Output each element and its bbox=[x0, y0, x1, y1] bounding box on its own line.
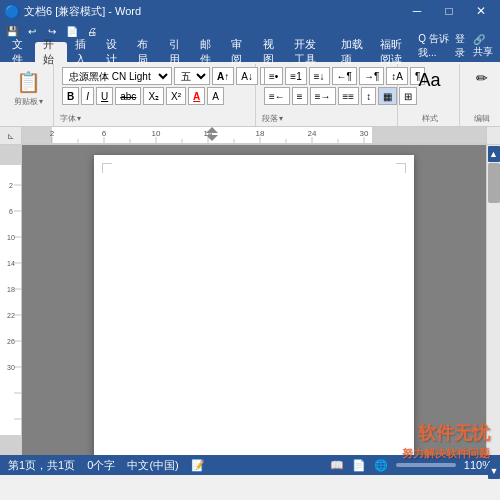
status-right: 📖 📄 🌐 110% bbox=[330, 459, 492, 472]
share-button[interactable]: 🔗 共享 bbox=[473, 34, 496, 59]
superscript-button[interactable]: X² bbox=[166, 87, 186, 105]
title-bar-controls: ─ □ ✕ bbox=[402, 1, 496, 21]
svg-text:14: 14 bbox=[7, 260, 15, 267]
svg-text:18: 18 bbox=[7, 286, 15, 293]
edit-icon[interactable]: ✏ bbox=[476, 70, 488, 86]
ruler-corner[interactable]: ⊾ bbox=[0, 127, 22, 144]
highlight-button[interactable]: A bbox=[207, 87, 224, 105]
svg-text:30: 30 bbox=[360, 129, 369, 138]
paste-icon: 📋 bbox=[16, 70, 41, 94]
tab-file[interactable]: 文件 bbox=[4, 42, 35, 62]
align-center-button[interactable]: ≡ bbox=[292, 87, 308, 105]
word-logo-icon: 🔵 bbox=[4, 4, 20, 19]
tab-developer[interactable]: 开发工具 bbox=[286, 42, 333, 62]
ribbon-right-actions: Q 告诉我... 登录 🔗 共享 bbox=[418, 32, 496, 62]
horizontal-ruler: 2 6 10 14 18 24 30 bbox=[22, 127, 486, 144]
svg-text:6: 6 bbox=[102, 129, 107, 138]
paste-button[interactable]: 📋 bbox=[10, 68, 47, 96]
watermark: 软件无忧 努力解决软件问题 bbox=[402, 422, 486, 455]
tab-home[interactable]: 开始 bbox=[35, 42, 66, 62]
document-area[interactable]: 软件无忧 努力解决软件问题 bbox=[22, 145, 486, 455]
print-view-icon[interactable]: 📄 bbox=[352, 459, 366, 472]
close-button[interactable]: ✕ bbox=[466, 1, 496, 21]
read-mode-icon[interactable]: 📖 bbox=[330, 459, 344, 472]
strikethrough-button[interactable]: abc bbox=[115, 87, 141, 105]
tab-insert[interactable]: 插入 bbox=[67, 42, 98, 62]
align-right-button[interactable]: ≡→ bbox=[310, 87, 336, 105]
paragraph-row1: ≡• ≡1 ≡↓ ←¶ →¶ ↕A ¶ bbox=[262, 66, 393, 86]
maximize-button[interactable]: □ bbox=[434, 1, 464, 21]
tab-layout[interactable]: 布局 bbox=[129, 42, 160, 62]
corner-tr-mark bbox=[396, 163, 406, 173]
vertical-ruler: 2 6 10 14 18 22 26 30 bbox=[0, 145, 22, 455]
paragraph-group-label: 段落 bbox=[262, 113, 278, 124]
subscript-button[interactable]: X₂ bbox=[143, 87, 164, 105]
tab-view[interactable]: 视图 bbox=[255, 42, 286, 62]
tab-mailings[interactable]: 邮件 bbox=[192, 42, 223, 62]
clipboard-group: 📋 剪贴板 ▾ bbox=[4, 64, 54, 126]
shrink-font-button[interactable]: A↓ bbox=[236, 67, 258, 85]
numbering-button[interactable]: ≡1 bbox=[285, 67, 306, 85]
italic-button[interactable]: I bbox=[81, 87, 94, 105]
line-spacing-button[interactable]: ↕ bbox=[361, 87, 376, 105]
zoom-slider[interactable] bbox=[396, 463, 456, 467]
scroll-thumb[interactable] bbox=[488, 163, 500, 203]
svg-text:26: 26 bbox=[7, 338, 15, 345]
tab-review[interactable]: 审阅 bbox=[223, 42, 254, 62]
text-color-button[interactable]: A bbox=[188, 87, 205, 105]
signin-button[interactable]: 登录 bbox=[455, 32, 468, 60]
watermark-line2: 努力解决软件问题 bbox=[402, 446, 486, 455]
scroll-up-button[interactable]: ▲ bbox=[488, 146, 500, 162]
title-bar: 🔵 文档6 [兼容模式] - Word ─ □ ✕ bbox=[0, 0, 500, 22]
page-content[interactable] bbox=[122, 185, 386, 455]
ribbon-tab-bar: 文件 开始 插入 设计 布局 引用 邮件 审阅 视图 开发工具 加载项 福昕阅读… bbox=[0, 40, 500, 62]
web-view-icon[interactable]: 🌐 bbox=[374, 459, 388, 472]
ruler: ⊾ bbox=[0, 127, 500, 145]
justify-button[interactable]: ≡≡ bbox=[338, 87, 360, 105]
edit-group: ✏ 编辑 bbox=[462, 64, 500, 126]
styles-group: Aa 样式 bbox=[400, 64, 460, 126]
svg-text:30: 30 bbox=[7, 364, 15, 371]
tab-addins[interactable]: 加载项 bbox=[333, 42, 372, 62]
shading-button[interactable]: ▦ bbox=[378, 87, 397, 105]
font-expand-icon[interactable]: ▾ bbox=[77, 114, 81, 123]
styles-gallery[interactable]: Aa bbox=[418, 70, 440, 91]
corner-tl-mark bbox=[102, 163, 112, 173]
language-indicator: 中文(中国) bbox=[127, 458, 178, 473]
styles-label: 样式 bbox=[422, 113, 438, 124]
vertical-scrollbar[interactable]: ▲ ▼ bbox=[486, 145, 500, 455]
underline-button[interactable]: U bbox=[96, 87, 113, 105]
svg-rect-1 bbox=[372, 127, 486, 144]
track-changes-icon: 📝 bbox=[191, 459, 205, 472]
edit-label: 编辑 bbox=[474, 113, 490, 124]
tab-references[interactable]: 引用 bbox=[161, 42, 192, 62]
tab-foxit[interactable]: 福昕阅读 bbox=[372, 42, 419, 62]
multilevel-list-button[interactable]: ≡↓ bbox=[309, 67, 330, 85]
svg-text:24: 24 bbox=[308, 129, 317, 138]
tab-design[interactable]: 设计 bbox=[98, 42, 129, 62]
bold-button[interactable]: B bbox=[62, 87, 79, 105]
font-group-label: 字体 bbox=[60, 113, 76, 124]
clipboard-expand-icon[interactable]: ▾ bbox=[39, 97, 43, 106]
font-selector-row: 忠源黑体 CN Light (中文) 五号 A↑ A↓ ✏ bbox=[60, 66, 251, 86]
tell-me-input[interactable]: Q 告诉我... bbox=[418, 32, 451, 60]
paragraph-expand-icon[interactable]: ▾ bbox=[279, 114, 283, 123]
align-left-button[interactable]: ≡← bbox=[264, 87, 290, 105]
increase-indent-button[interactable]: →¶ bbox=[359, 67, 384, 85]
clipboard-label: 剪贴板 bbox=[14, 96, 38, 107]
document-page bbox=[94, 155, 414, 455]
bullets-button[interactable]: ≡• bbox=[264, 67, 283, 85]
svg-rect-26 bbox=[0, 165, 22, 435]
svg-rect-25 bbox=[0, 145, 22, 165]
svg-rect-0 bbox=[22, 127, 52, 144]
svg-text:6: 6 bbox=[9, 208, 13, 215]
minimize-button[interactable]: ─ bbox=[402, 1, 432, 21]
title-text: 文档6 [兼容模式] - Word bbox=[24, 4, 141, 19]
svg-text:22: 22 bbox=[7, 312, 15, 319]
font-size-select[interactable]: 五号 bbox=[174, 67, 210, 85]
font-name-select[interactable]: 忠源黑体 CN Light (中文) bbox=[62, 67, 172, 85]
svg-text:2: 2 bbox=[9, 182, 13, 189]
grow-font-button[interactable]: A↑ bbox=[212, 67, 234, 85]
svg-rect-27 bbox=[0, 435, 22, 455]
decrease-indent-button[interactable]: ←¶ bbox=[332, 67, 357, 85]
